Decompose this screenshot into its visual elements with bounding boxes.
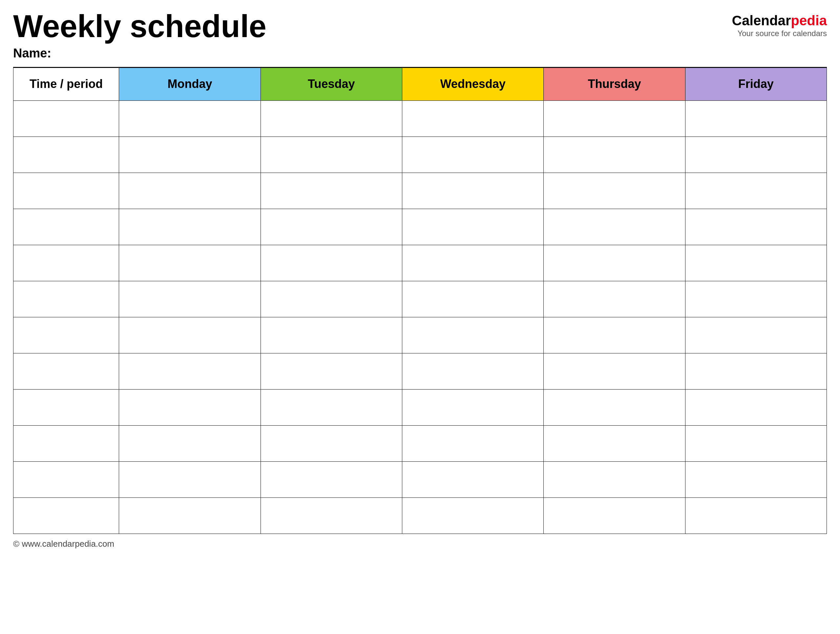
- table-cell[interactable]: [544, 353, 685, 389]
- table-cell[interactable]: [544, 498, 685, 534]
- table-cell[interactable]: [402, 209, 543, 245]
- table-cell[interactable]: [685, 245, 827, 281]
- logo-area: Calendarpedia Your source for calendars: [732, 10, 827, 38]
- table-cell[interactable]: [119, 281, 261, 317]
- col-header-time: Time / period: [13, 68, 119, 100]
- table-cell[interactable]: [685, 136, 827, 172]
- table-cell[interactable]: [13, 136, 119, 172]
- table-cell[interactable]: [261, 136, 402, 172]
- table-row: [13, 209, 827, 245]
- table-cell[interactable]: [13, 425, 119, 462]
- table-cell[interactable]: [402, 100, 543, 136]
- logo-text: Calendarpedia: [732, 13, 827, 28]
- col-header-friday: Friday: [685, 68, 827, 100]
- table-cell[interactable]: [261, 353, 402, 389]
- table-cell[interactable]: [261, 425, 402, 462]
- table-cell[interactable]: [261, 172, 402, 209]
- table-cell[interactable]: [685, 172, 827, 209]
- table-cell[interactable]: [402, 498, 543, 534]
- table-cell[interactable]: [402, 136, 543, 172]
- table-cell[interactable]: [13, 245, 119, 281]
- table-cell[interactable]: [13, 462, 119, 498]
- table-cell[interactable]: [544, 281, 685, 317]
- table-row: [13, 100, 827, 136]
- table-cell[interactable]: [13, 100, 119, 136]
- table-cell[interactable]: [402, 462, 543, 498]
- table-cell[interactable]: [544, 389, 685, 425]
- title-area: Weekly schedule Name:: [13, 10, 267, 60]
- table-row: [13, 245, 827, 281]
- col-header-thursday: Thursday: [544, 68, 685, 100]
- table-cell[interactable]: [119, 209, 261, 245]
- table-row: [13, 353, 827, 389]
- table-cell[interactable]: [13, 353, 119, 389]
- table-cell[interactable]: [119, 462, 261, 498]
- table-cell[interactable]: [685, 353, 827, 389]
- table-cell[interactable]: [685, 425, 827, 462]
- table-cell[interactable]: [119, 172, 261, 209]
- table-row: [13, 498, 827, 534]
- table-cell[interactable]: [402, 245, 543, 281]
- table-cell[interactable]: [13, 498, 119, 534]
- table-cell[interactable]: [544, 209, 685, 245]
- table-cell[interactable]: [13, 209, 119, 245]
- logo-calendar: Calendar: [732, 13, 791, 28]
- table-row: [13, 389, 827, 425]
- col-header-tuesday: Tuesday: [261, 68, 402, 100]
- table-cell[interactable]: [402, 425, 543, 462]
- table-cell[interactable]: [13, 317, 119, 353]
- table-cell[interactable]: [685, 317, 827, 353]
- table-cell[interactable]: [544, 100, 685, 136]
- table-cell[interactable]: [261, 389, 402, 425]
- table-cell[interactable]: [402, 281, 543, 317]
- logo-pedia: pedia: [791, 13, 827, 28]
- table-cell[interactable]: [13, 389, 119, 425]
- table-cell[interactable]: [119, 498, 261, 534]
- table-cell[interactable]: [685, 498, 827, 534]
- table-cell[interactable]: [544, 425, 685, 462]
- table-cell[interactable]: [261, 281, 402, 317]
- table-cell[interactable]: [685, 462, 827, 498]
- table-row: [13, 281, 827, 317]
- footer-url: © www.calendarpedia.com: [13, 539, 114, 549]
- col-header-monday: Monday: [119, 68, 261, 100]
- table-cell[interactable]: [261, 498, 402, 534]
- table-row: [13, 136, 827, 172]
- table-cell[interactable]: [544, 245, 685, 281]
- table-cell[interactable]: [119, 136, 261, 172]
- table-cell[interactable]: [119, 353, 261, 389]
- table-cell[interactable]: [13, 172, 119, 209]
- table-cell[interactable]: [119, 317, 261, 353]
- table-cell[interactable]: [119, 245, 261, 281]
- table-cell[interactable]: [261, 209, 402, 245]
- table-cell[interactable]: [685, 100, 827, 136]
- name-label: Name:: [13, 46, 267, 60]
- table-cell[interactable]: [13, 281, 119, 317]
- table-cell[interactable]: [402, 172, 543, 209]
- table-cell[interactable]: [261, 245, 402, 281]
- table-header-row: Time / period Monday Tuesday Wednesday T…: [13, 68, 827, 100]
- logo-tagline: Your source for calendars: [737, 29, 827, 38]
- table-cell[interactable]: [119, 100, 261, 136]
- table-row: [13, 172, 827, 209]
- table-cell[interactable]: [544, 172, 685, 209]
- table-cell[interactable]: [261, 317, 402, 353]
- table-row: [13, 317, 827, 353]
- table-cell[interactable]: [685, 209, 827, 245]
- table-cell[interactable]: [544, 462, 685, 498]
- table-cell[interactable]: [544, 136, 685, 172]
- table-cell[interactable]: [119, 389, 261, 425]
- table-cell[interactable]: [685, 389, 827, 425]
- col-header-wednesday: Wednesday: [402, 68, 543, 100]
- table-cell[interactable]: [402, 353, 543, 389]
- table-cell[interactable]: [544, 317, 685, 353]
- table-cell[interactable]: [685, 281, 827, 317]
- table-cell[interactable]: [402, 389, 543, 425]
- schedule-table: Time / period Monday Tuesday Wednesday T…: [13, 68, 827, 534]
- table-cell[interactable]: [261, 100, 402, 136]
- page-header: Weekly schedule Name: Calendarpedia Your…: [13, 10, 827, 60]
- table-cell[interactable]: [119, 425, 261, 462]
- table-row: [13, 425, 827, 462]
- table-cell[interactable]: [402, 317, 543, 353]
- table-cell[interactable]: [261, 462, 402, 498]
